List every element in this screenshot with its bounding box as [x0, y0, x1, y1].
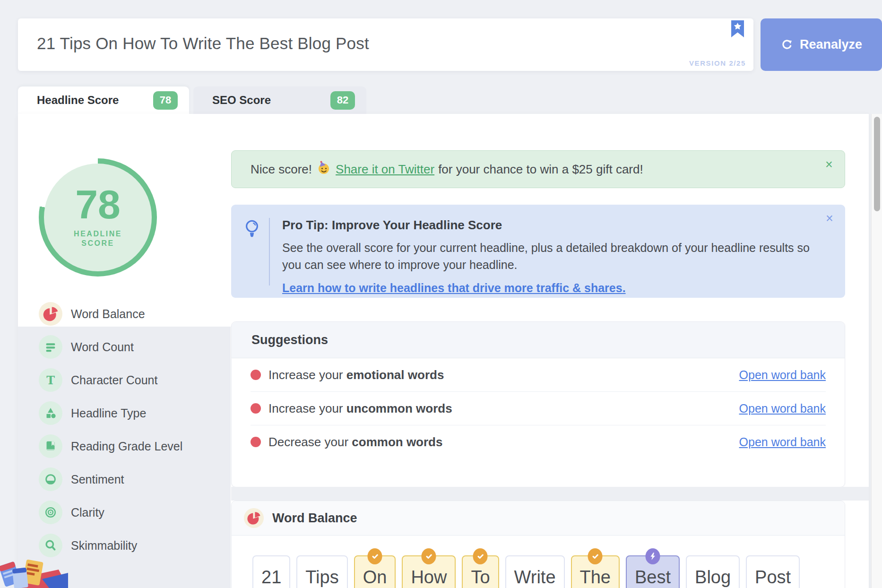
share-twitter-link[interactable]: Share it on Twitter [336, 162, 434, 177]
tab-seo-score[interactable]: SEO Score 82 [193, 86, 366, 114]
half-circle-icon [39, 467, 62, 491]
tab-label: SEO Score [212, 94, 271, 107]
banner-text: for your chance to win a $25 gift card! [438, 162, 643, 177]
check-icon [473, 548, 488, 564]
pro-tip-learn-link[interactable]: Learn how to write headlines that drive … [282, 281, 626, 295]
bookmark-icon[interactable] [731, 20, 744, 38]
word-balance-title: Word Balance [272, 511, 357, 526]
word-chip[interactable]: Write [505, 555, 565, 588]
status-dot-icon [251, 437, 261, 447]
status-dot-icon [251, 370, 261, 380]
reanalyze-label: Reanalyze [800, 37, 862, 52]
suggestion-row-common: Decrease your common words Open word ban… [232, 425, 845, 458]
scrollbar-thumb[interactable] [874, 117, 880, 211]
sidebar-item-clarity[interactable]: Clarity [18, 496, 231, 529]
pro-tip-title: Pro Tip: Improve Your Headline Score [282, 218, 817, 233]
share-banner: Nice score! Share it on Twitter for your… [231, 150, 845, 188]
suggestions-title: Suggestions [232, 322, 845, 358]
word-chip-common[interactable]: To [462, 555, 499, 588]
version-label: VERSION 2/25 [689, 59, 746, 67]
pie-chart-icon [39, 302, 62, 326]
status-dot-icon [251, 403, 261, 414]
pro-tip-close-icon[interactable]: × [823, 212, 836, 225]
sidebar-item-label: Sentiment [71, 473, 124, 486]
suggestion-keyword: common words [352, 435, 442, 449]
refresh-icon [780, 38, 794, 52]
headline-analyzer-page: { "header": { "headline": "21 Tips On Ho… [0, 0, 882, 588]
sidebar-item-reading-grade-level[interactable]: Reading Grade Level [18, 430, 231, 463]
tab-headline-score[interactable]: Headline Score 78 [18, 86, 189, 114]
scrollbar-track[interactable] [871, 114, 882, 588]
books-illustration [0, 544, 68, 588]
seo-score-badge: 82 [330, 91, 355, 110]
svg-text:T: T [46, 374, 55, 387]
word-chip-common[interactable]: How [402, 555, 456, 588]
sidebar-item-label: Clarity [71, 506, 104, 519]
sidebar-item-word-count[interactable]: Word Count [18, 330, 231, 363]
word-chip[interactable]: Blog [686, 555, 740, 588]
suggestion-row-emotional: Increase your emotional words Open word … [232, 358, 845, 391]
suggestion-row-uncommon: Increase your uncommon words Open word b… [232, 392, 845, 425]
suggestions-card: Suggestions Increase your emotional word… [231, 321, 845, 487]
text-lines-icon [39, 335, 62, 359]
sidebar-item-headline-type[interactable]: Headline Type [18, 397, 231, 430]
word-chip-common[interactable]: On [354, 555, 396, 588]
letter-t-icon: T [39, 368, 62, 392]
suggestion-text: Decrease your [268, 435, 348, 449]
suggestion-text: Increase your [268, 368, 343, 382]
suggestion-keyword: uncommon words [346, 401, 452, 415]
pro-tip-body: See the overall score for your current h… [282, 239, 817, 274]
word-chip[interactable]: Tips [296, 555, 347, 588]
sidebar-item-label: Skimmability [71, 539, 137, 553]
target-icon [39, 501, 62, 524]
check-icon [368, 548, 382, 564]
sidebar-item-sentiment[interactable]: Sentiment [18, 463, 231, 496]
sidebar-item-label: Headline Type [71, 406, 146, 420]
banner-text: Nice score! [251, 162, 312, 177]
open-word-bank-link[interactable]: Open word bank [739, 402, 826, 415]
word-chip-common[interactable]: The [571, 555, 620, 588]
tab-label: Headline Score [37, 94, 119, 107]
headline-input[interactable]: 21 Tips On How To Write The Best Blog Po… [37, 34, 369, 52]
sidebar-item-label: Word Balance [71, 307, 145, 321]
pro-tip-box: Pro Tip: Improve Your Headline Score See… [231, 205, 845, 298]
score-value: 78 [75, 184, 121, 225]
book-icon [39, 434, 62, 458]
sidebar-item-word-balance[interactable]: Word Balance [18, 297, 231, 330]
main-panel: 78 HEADLINE SCORE Word Balance [18, 114, 869, 588]
headline-score-gauge: 78 HEADLINE SCORE [39, 158, 157, 277]
pie-chart-icon [244, 508, 264, 528]
sidebar-item-label: Reading Grade Level [71, 440, 182, 453]
suggestion-keyword: emotional words [346, 368, 444, 382]
lightning-bolt-icon [646, 548, 660, 564]
open-word-bank-link[interactable]: Open word bank [739, 368, 826, 382]
score-caption: HEADLINE SCORE [74, 229, 122, 248]
section-gap [231, 487, 869, 501]
open-word-bank-link[interactable]: Open word bank [739, 435, 826, 449]
suggestion-text: Increase your [268, 401, 343, 415]
check-icon [588, 548, 603, 564]
headline-score-badge: 78 [153, 91, 178, 110]
word-balance-card: Word Balance 21 Tips On How [231, 501, 845, 588]
headline-card: 21 Tips On How To Write The Best Blog Po… [18, 18, 753, 71]
party-face-emoji-icon [317, 161, 331, 178]
check-icon [422, 548, 436, 564]
banner-close-icon[interactable]: × [823, 158, 835, 171]
lightbulb-icon [242, 217, 261, 286]
reanalyze-button[interactable]: Reanalyze [761, 18, 882, 71]
shapes-icon [39, 401, 62, 425]
word-chip[interactable]: Post [746, 555, 800, 588]
word-chip[interactable]: 21 [252, 555, 290, 588]
sidebar-item-label: Character Count [71, 373, 157, 387]
word-chip-power[interactable]: Best [626, 555, 680, 588]
word-chips: 21 Tips On How [232, 536, 845, 588]
sidebar-item-label: Word Count [71, 340, 134, 354]
sidebar-nav: Word Balance Word Count T Character Coun… [18, 297, 231, 562]
sidebar-item-character-count[interactable]: T Character Count [18, 363, 231, 397]
